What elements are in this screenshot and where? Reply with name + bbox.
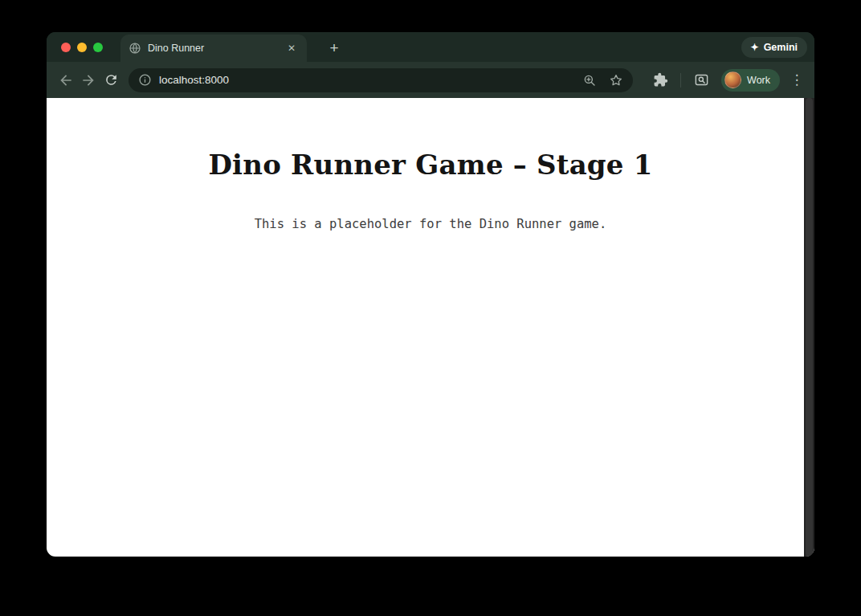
back-arrow-icon — [58, 72, 74, 88]
toolbar-divider — [680, 73, 681, 88]
tab-strip: Dino Runner ✕ + ✦ Gemini — [47, 32, 814, 62]
profile-avatar — [724, 71, 741, 88]
reload-button[interactable] — [100, 69, 122, 92]
scrollbar[interactable] — [804, 98, 814, 557]
close-window-button[interactable] — [61, 43, 71, 52]
browser-menu-button[interactable]: ⋮ — [789, 73, 805, 87]
tab-dino-runner[interactable]: Dino Runner ✕ — [120, 35, 307, 62]
toolbar: localhost:8000 — [47, 62, 814, 98]
scrollbar-thumb[interactable] — [806, 98, 813, 557]
browser-window: Dino Runner ✕ + ✦ Gemini — [47, 32, 814, 557]
fullscreen-window-button[interactable] — [93, 43, 103, 52]
omnibox-actions — [582, 73, 623, 88]
zoom-icon[interactable] — [582, 73, 597, 88]
back-button[interactable] — [55, 69, 77, 92]
window-search-icon — [694, 72, 709, 88]
forward-arrow-icon — [80, 72, 96, 88]
new-tab-button[interactable]: + — [323, 37, 345, 59]
bookmark-star-icon[interactable] — [609, 73, 623, 88]
desktop-background: Dino Runner ✕ + ✦ Gemini — [0, 0, 861, 616]
tab-close-icon[interactable]: ✕ — [284, 41, 299, 55]
puzzle-icon — [653, 72, 668, 88]
address-bar[interactable]: localhost:8000 — [129, 68, 633, 92]
tab-search-button[interactable] — [690, 69, 712, 92]
profile-chip[interactable]: Work — [721, 69, 780, 92]
extensions-button[interactable] — [649, 69, 671, 92]
page-paragraph: This is a placeholder for the Dino Runne… — [47, 217, 814, 231]
forward-button[interactable] — [77, 69, 100, 92]
gemini-sparkle-icon: ✦ — [751, 42, 759, 53]
site-info-icon[interactable] — [138, 73, 152, 87]
reload-icon — [104, 72, 119, 88]
page-title: Dino Runner Game – Stage 1 — [47, 98, 814, 182]
window-controls — [61, 32, 103, 62]
gemini-label: Gemini — [764, 42, 798, 53]
url-text[interactable]: localhost:8000 — [159, 74, 582, 86]
page-content: Dino Runner Game – Stage 1 This is a pla… — [47, 98, 814, 557]
gemini-button[interactable]: ✦ Gemini — [741, 37, 807, 58]
globe-icon — [129, 42, 141, 55]
tab-title: Dino Runner — [148, 43, 278, 54]
minimize-window-button[interactable] — [77, 43, 87, 52]
profile-label: Work — [747, 75, 770, 86]
toolbar-right-cluster: Work ⋮ — [649, 69, 805, 92]
